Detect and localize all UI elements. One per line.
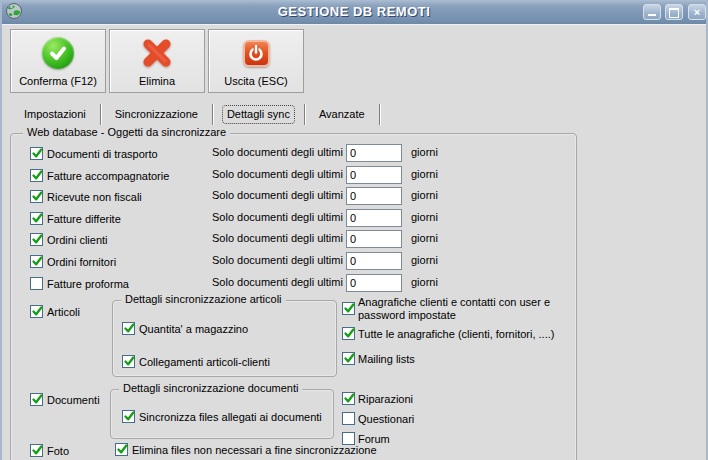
checkbox-fatture-differite[interactable]: [30, 212, 43, 225]
checkbox-mailing-lists[interactable]: [342, 352, 355, 365]
label-solo-documenti: Solo documenti degli ultimi: [212, 232, 340, 244]
label-questionari: Questionari: [358, 413, 414, 425]
checkbox-tutte-le-anagrafiche[interactable]: [342, 327, 355, 340]
conferma-button[interactable]: Conferma (F12): [10, 29, 106, 93]
label-giorni: giorni: [411, 276, 438, 288]
checkbox-articoli[interactable]: [30, 305, 43, 318]
checkbox-fatture-proforma[interactable]: [30, 277, 43, 290]
close-button[interactable]: ×: [688, 4, 706, 20]
label-fatture-differite: Fatture differite: [47, 213, 121, 225]
maximize-button[interactable]: [665, 4, 683, 20]
elimina-button[interactable]: Elimina: [109, 29, 205, 93]
label-solo-documenti: Solo documenti degli ultimi: [212, 211, 340, 223]
label-foto: Foto: [47, 445, 69, 457]
giorni-input-fatture-accompagnatorie[interactable]: [346, 166, 402, 184]
power-icon: [209, 36, 303, 70]
label-articoli: Articoli: [47, 306, 80, 318]
tab-impostazioni[interactable]: Impostazioni: [10, 104, 101, 125]
checkbox-sincronizza-files-allegati[interactable]: [122, 410, 135, 423]
label-quantita-a-magazzino: Quantita' a magazzino: [139, 323, 248, 335]
tab-strip: Impostazioni Sincronizzazione Dettagli s…: [10, 104, 380, 125]
title-bar: GESTIONE DB REMOTI ×: [0, 0, 708, 25]
label-giorni: giorni: [411, 211, 438, 223]
label-giorni: giorni: [411, 232, 438, 244]
tab-dettagli-sync[interactable]: Dettagli sync: [213, 104, 305, 125]
label-giorni: giorni: [411, 254, 438, 266]
label-giorni: giorni: [411, 146, 438, 158]
label-ordini-clienti: Ordini clienti: [47, 234, 108, 246]
label-solo-documenti: Solo documenti degli ultimi: [212, 168, 340, 180]
label-solo-documenti: Solo documenti degli ultimi: [212, 276, 340, 288]
checkbox-fatture-accompagnatorie[interactable]: [30, 169, 43, 182]
giorni-input-ordini-fornitori[interactable]: [346, 252, 402, 270]
checkbox-riparazioni[interactable]: [342, 392, 355, 405]
giorni-input-fatture-proforma[interactable]: [346, 274, 402, 292]
label-documenti: Documenti: [47, 394, 100, 406]
delete-x-icon: [110, 36, 204, 70]
label-collegamenti-articoli-clienti: Collegamenti articoli-clienti: [139, 356, 270, 368]
gestione-db-remoti-window: GESTIONE DB REMOTI × Conferma (F12) Elim…: [0, 0, 708, 460]
label-ricevute-non-fiscali: Ricevute non fiscali: [47, 191, 142, 203]
label-solo-documenti: Solo documenti degli ultimi: [212, 189, 340, 201]
tab-sincronizzazione[interactable]: Sincronizzazione: [101, 104, 213, 125]
checkbox-ordini-fornitori[interactable]: [30, 255, 43, 268]
groupbox-title: Web database - Oggetti da sincronizzare: [23, 126, 230, 138]
checkbox-questionari[interactable]: [342, 412, 355, 425]
label-riparazioni: Riparazioni: [358, 393, 413, 405]
elimina-label: Elimina: [110, 75, 204, 87]
checkbox-documenti[interactable]: [30, 393, 43, 406]
checkbox-anagrafiche-clienti-contatti[interactable]: [342, 302, 355, 315]
confirm-check-icon: [11, 36, 105, 70]
label-giorni: giorni: [411, 168, 438, 180]
giorni-input-ordini-clienti[interactable]: [346, 230, 402, 248]
label-solo-documenti: Solo documenti degli ultimi: [212, 254, 340, 266]
label-solo-documenti: Solo documenti degli ultimi: [212, 146, 340, 158]
checkbox-documenti-di-trasporto[interactable]: [30, 147, 43, 160]
label-anagrafiche-clienti-contatti: Anagrafiche clienti e contatti con user …: [358, 296, 576, 322]
label-fatture-proforma: Fatture proforma: [47, 278, 129, 290]
label-mailing-lists: Mailing lists: [358, 353, 415, 365]
label-giorni: giorni: [411, 189, 438, 201]
minimize-button[interactable]: [643, 4, 661, 20]
label-tutte-le-anagrafiche: Tutte le anagrafiche (clienti, fornitori…: [358, 328, 554, 340]
label-sincronizza-files-allegati: Sincronizza files allegati ai documenti: [139, 411, 322, 423]
giorni-input-documenti-di-trasporto[interactable]: [346, 144, 402, 162]
checkbox-ordini-clienti[interactable]: [30, 233, 43, 246]
label-fatture-accompagnatorie: Fatture accompagnatorie: [47, 170, 169, 182]
dettagli-articoli-title: Dettagli sincronizzazione articoli: [121, 293, 286, 305]
label-ordini-fornitori: Ordini fornitori: [47, 256, 116, 268]
uscita-label: Uscita (ESC): [209, 75, 303, 87]
giorni-input-ricevute-non-fiscali[interactable]: [346, 187, 402, 205]
checkbox-collegamenti-articoli-clienti[interactable]: [122, 355, 135, 368]
conferma-label: Conferma (F12): [11, 75, 105, 87]
window-title: GESTIONE DB REMOTI: [0, 4, 708, 19]
checkbox-elimina-files-non-necessari[interactable]: [115, 443, 128, 456]
uscita-button[interactable]: Uscita (ESC): [208, 29, 304, 93]
toolbar: Conferma (F12) Elimina: [2, 24, 706, 101]
dettagli-documenti-title: Dettagli sincronizzazione documenti: [119, 382, 302, 394]
checkbox-quantita-a-magazzino[interactable]: [122, 322, 135, 335]
giorni-input-fatture-differite[interactable]: [346, 209, 402, 227]
label-documenti-di-trasporto: Documenti di trasporto: [47, 148, 158, 160]
checkbox-foto[interactable]: [30, 444, 43, 457]
checkbox-ricevute-non-fiscali[interactable]: [30, 190, 43, 203]
tab-avanzate[interactable]: Avanzate: [305, 104, 380, 125]
label-elimina-files-non-necessari: Elimina files non necessari a fine sincr…: [132, 444, 377, 456]
